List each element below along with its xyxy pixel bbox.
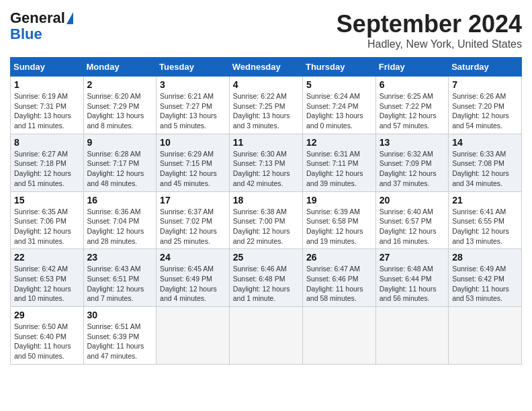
day-info: Sunrise: 6:27 AM Sunset: 7:18 PM Dayligh… <box>14 149 80 189</box>
day-info: Sunrise: 6:48 AM Sunset: 6:44 PM Dayligh… <box>380 264 445 304</box>
table-row: 10Sunrise: 6:29 AM Sunset: 7:15 PM Dayli… <box>157 134 230 191</box>
col-sunday: Sunday <box>11 58 84 77</box>
day-info: Sunrise: 6:37 AM Sunset: 7:02 PM Dayligh… <box>160 207 226 246</box>
col-friday: Friday <box>375 58 448 77</box>
table-row <box>375 307 448 365</box>
day-number: 11 <box>233 137 299 148</box>
table-row: 3Sunrise: 6:21 AM Sunset: 7:27 PM Daylig… <box>157 77 230 134</box>
calendar-row: 8Sunrise: 6:27 AM Sunset: 7:18 PM Daylig… <box>11 134 522 191</box>
page-header: General Blue September 2024 Hadley, New … <box>10 10 522 50</box>
day-info: Sunrise: 6:39 AM Sunset: 6:58 PM Dayligh… <box>306 207 372 246</box>
table-row: 2Sunrise: 6:20 AM Sunset: 7:29 PM Daylig… <box>83 77 157 134</box>
day-info: Sunrise: 6:30 AM Sunset: 7:13 PM Dayligh… <box>233 149 299 189</box>
day-info: Sunrise: 6:24 AM Sunset: 7:24 PM Dayligh… <box>306 91 372 131</box>
logo-text-general: General <box>10 10 65 26</box>
calendar-row: 29Sunrise: 6:50 AM Sunset: 6:40 PM Dayli… <box>11 307 522 365</box>
day-number: 12 <box>306 137 372 148</box>
day-number: 10 <box>160 137 226 148</box>
table-row: 23Sunrise: 6:43 AM Sunset: 6:51 PM Dayli… <box>83 249 157 307</box>
day-info: Sunrise: 6:25 AM Sunset: 7:22 PM Dayligh… <box>380 91 445 131</box>
day-info: Sunrise: 6:29 AM Sunset: 7:15 PM Dayligh… <box>160 149 226 189</box>
col-tuesday: Tuesday <box>157 58 230 77</box>
day-number: 15 <box>14 195 80 205</box>
day-number: 2 <box>87 79 153 90</box>
calendar-header-row: Sunday Monday Tuesday Wednesday Thursday… <box>11 58 522 77</box>
table-row: 7Sunrise: 6:26 AM Sunset: 7:20 PM Daylig… <box>449 77 522 134</box>
day-info: Sunrise: 6:41 AM Sunset: 6:55 PM Dayligh… <box>452 207 518 246</box>
day-number: 8 <box>14 137 80 148</box>
day-number: 28 <box>452 252 518 263</box>
day-info: Sunrise: 6:31 AM Sunset: 7:11 PM Dayligh… <box>306 149 372 189</box>
col-saturday: Saturday <box>449 58 522 77</box>
table-row: 25Sunrise: 6:46 AM Sunset: 6:48 PM Dayli… <box>229 249 302 307</box>
day-info: Sunrise: 6:36 AM Sunset: 7:04 PM Dayligh… <box>87 207 153 246</box>
logo-text-blue: Blue <box>10 26 42 42</box>
day-info: Sunrise: 6:32 AM Sunset: 7:09 PM Dayligh… <box>380 149 445 189</box>
day-number: 26 <box>306 252 372 263</box>
table-row <box>449 307 522 365</box>
day-info: Sunrise: 6:42 AM Sunset: 6:53 PM Dayligh… <box>14 264 80 304</box>
day-number: 18 <box>233 195 299 205</box>
table-row <box>157 307 230 365</box>
table-row: 22Sunrise: 6:42 AM Sunset: 6:53 PM Dayli… <box>11 249 84 307</box>
day-info: Sunrise: 6:51 AM Sunset: 6:39 PM Dayligh… <box>87 322 153 361</box>
calendar-row: 22Sunrise: 6:42 AM Sunset: 6:53 PM Dayli… <box>11 249 522 307</box>
day-number: 29 <box>14 310 80 320</box>
table-row: 27Sunrise: 6:48 AM Sunset: 6:44 PM Dayli… <box>375 249 448 307</box>
table-row: 13Sunrise: 6:32 AM Sunset: 7:09 PM Dayli… <box>375 134 448 191</box>
table-row: 12Sunrise: 6:31 AM Sunset: 7:11 PM Dayli… <box>302 134 375 191</box>
table-row <box>229 307 302 365</box>
col-monday: Monday <box>83 58 157 77</box>
table-row: 26Sunrise: 6:47 AM Sunset: 6:46 PM Dayli… <box>302 249 375 307</box>
month-title: September 2024 <box>337 10 522 38</box>
day-number: 17 <box>160 195 226 205</box>
day-number: 4 <box>233 79 299 90</box>
day-info: Sunrise: 6:38 AM Sunset: 7:00 PM Dayligh… <box>233 207 299 246</box>
table-row: 24Sunrise: 6:45 AM Sunset: 6:49 PM Dayli… <box>157 249 230 307</box>
day-number: 22 <box>14 252 80 263</box>
day-info: Sunrise: 6:19 AM Sunset: 7:31 PM Dayligh… <box>14 91 80 131</box>
day-number: 6 <box>380 79 445 90</box>
day-number: 24 <box>160 252 226 263</box>
col-thursday: Thursday <box>302 58 375 77</box>
day-info: Sunrise: 6:40 AM Sunset: 6:57 PM Dayligh… <box>380 207 445 246</box>
table-row: 5Sunrise: 6:24 AM Sunset: 7:24 PM Daylig… <box>302 77 375 134</box>
table-row: 19Sunrise: 6:39 AM Sunset: 6:58 PM Dayli… <box>302 191 375 249</box>
table-row: 30Sunrise: 6:51 AM Sunset: 6:39 PM Dayli… <box>83 307 157 365</box>
day-number: 30 <box>87 310 153 320</box>
table-row: 14Sunrise: 6:33 AM Sunset: 7:08 PM Dayli… <box>449 134 522 191</box>
title-section: September 2024 Hadley, New York, United … <box>337 10 522 50</box>
day-number: 23 <box>87 252 153 263</box>
day-number: 1 <box>14 79 80 90</box>
day-number: 3 <box>160 79 226 90</box>
calendar-row: 15Sunrise: 6:35 AM Sunset: 7:06 PM Dayli… <box>11 191 522 249</box>
day-number: 19 <box>306 195 372 205</box>
day-number: 21 <box>452 195 518 205</box>
day-info: Sunrise: 6:28 AM Sunset: 7:17 PM Dayligh… <box>87 149 153 189</box>
table-row: 1Sunrise: 6:19 AM Sunset: 7:31 PM Daylig… <box>11 77 84 134</box>
day-info: Sunrise: 6:33 AM Sunset: 7:08 PM Dayligh… <box>452 149 518 189</box>
table-row: 21Sunrise: 6:41 AM Sunset: 6:55 PM Dayli… <box>449 191 522 249</box>
table-row: 15Sunrise: 6:35 AM Sunset: 7:06 PM Dayli… <box>11 191 84 249</box>
day-info: Sunrise: 6:35 AM Sunset: 7:06 PM Dayligh… <box>14 207 80 246</box>
day-info: Sunrise: 6:20 AM Sunset: 7:29 PM Dayligh… <box>87 91 153 131</box>
col-wednesday: Wednesday <box>229 58 302 77</box>
table-row: 4Sunrise: 6:22 AM Sunset: 7:25 PM Daylig… <box>229 77 302 134</box>
day-number: 20 <box>380 195 445 205</box>
table-row: 28Sunrise: 6:49 AM Sunset: 6:42 PM Dayli… <box>449 249 522 307</box>
day-number: 25 <box>233 252 299 263</box>
table-row <box>302 307 375 365</box>
day-info: Sunrise: 6:26 AM Sunset: 7:20 PM Dayligh… <box>452 91 518 131</box>
day-info: Sunrise: 6:43 AM Sunset: 6:51 PM Dayligh… <box>87 264 153 304</box>
table-row: 9Sunrise: 6:28 AM Sunset: 7:17 PM Daylig… <box>83 134 157 191</box>
table-row: 16Sunrise: 6:36 AM Sunset: 7:04 PM Dayli… <box>83 191 157 249</box>
day-number: 5 <box>306 79 372 90</box>
logo-triangle-icon <box>66 12 73 24</box>
day-number: 16 <box>87 195 153 205</box>
location: Hadley, New York, United States <box>337 38 522 50</box>
table-row: 29Sunrise: 6:50 AM Sunset: 6:40 PM Dayli… <box>11 307 84 365</box>
table-row: 11Sunrise: 6:30 AM Sunset: 7:13 PM Dayli… <box>229 134 302 191</box>
day-number: 7 <box>452 79 518 90</box>
day-number: 13 <box>380 137 445 148</box>
day-info: Sunrise: 6:22 AM Sunset: 7:25 PM Dayligh… <box>233 91 299 131</box>
